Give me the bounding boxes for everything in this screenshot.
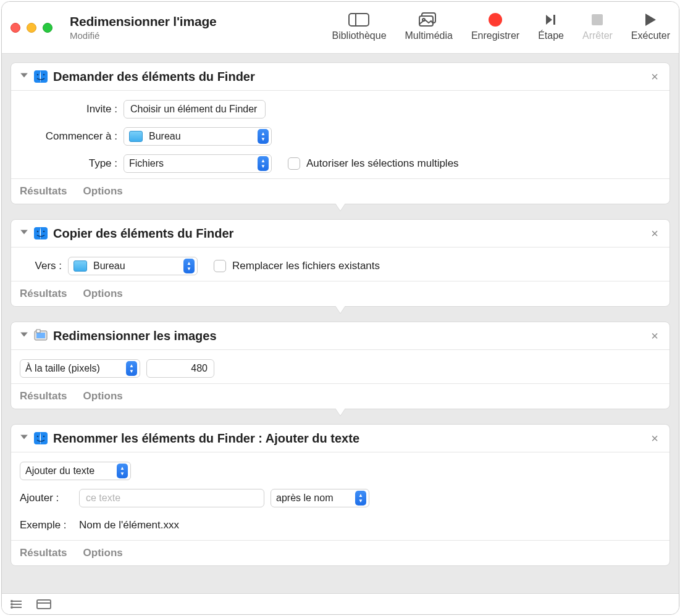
options-tab[interactable]: Options [83,288,123,300]
replace-existing-checkbox[interactable] [214,260,226,272]
window-titles: Redimensionner l'image Modifié [70,14,217,41]
finder-icon [33,431,48,446]
type-label: Type : [20,157,117,170]
titlebar: Redimensionner l'image Modifié Bibliothè… [2,2,679,54]
workflow-area[interactable]: Demander des éléments du Finder × Invite… [2,54,679,593]
action-title: Demander des éléments du Finder [53,70,644,84]
window-subtitle: Modifié [70,30,217,41]
flow-connector [328,204,353,214]
photos-icon [418,12,440,28]
disclosure-triangle[interactable] [20,227,28,239]
svg-point-5 [489,13,502,27]
action-ask-finder-items: Demander des éléments du Finder × Invite… [10,62,670,204]
remove-action-button[interactable]: × [649,227,661,241]
popup-stepper-icon [126,361,137,376]
toolbar-run-button[interactable]: Exécuter [631,12,670,41]
window-close-button[interactable] [10,23,20,33]
disclosure-triangle[interactable] [20,70,28,83]
folder-icon [73,260,87,272]
add-text-field[interactable] [79,489,264,507]
action-title: Copier des éléments du Finder [53,227,644,241]
start-at-popup[interactable]: Bureau [124,127,272,146]
svg-point-12 [37,231,39,233]
replace-existing-label: Remplacer les fichiers existants [232,260,380,272]
remove-action-button[interactable]: × [649,70,661,84]
stop-icon [586,12,608,28]
disclosure-triangle[interactable] [20,432,28,444]
svg-point-19 [43,436,45,438]
status-bar [2,593,679,614]
toolbar-step-button[interactable]: Étape [538,12,564,41]
allow-multiple-label: Autoriser les sélections multiples [306,157,459,170]
position-popup[interactable]: après le nom [271,489,369,507]
results-tab[interactable]: Résultats [20,547,67,559]
svg-rect-26 [37,600,51,609]
toolbar-media-button[interactable]: Multimédia [405,12,453,41]
svg-point-10 [43,74,45,76]
toolbar: Bibliothèque Multimédia Enregistrer [332,12,670,44]
add-label: Ajouter : [20,492,68,504]
remove-action-button[interactable]: × [649,431,661,446]
popup-stepper-icon [183,259,195,273]
svg-point-9 [37,74,39,76]
svg-point-18 [37,436,39,438]
svg-point-24 [11,604,12,605]
preview-icon [33,328,48,343]
toolbar-stop-button: Arrêter [582,12,613,41]
type-popup[interactable]: Fichiers [124,154,272,173]
window-controls [10,23,52,33]
play-icon [639,12,661,28]
action-title: Redimensionner les images [53,329,644,343]
invite-label: Invite : [20,103,117,115]
popup-stepper-icon [355,491,366,506]
popup-stepper-icon [258,156,269,171]
svg-rect-0 [349,14,369,26]
options-tab[interactable]: Options [83,547,123,559]
size-pixels-field[interactable] [146,359,214,378]
remove-action-button[interactable]: × [649,329,661,343]
svg-rect-15 [36,333,45,338]
popup-stepper-icon [117,464,128,478]
options-tab[interactable]: Options [83,390,123,402]
disclosure-triangle[interactable] [20,330,28,342]
popup-stepper-icon [258,129,269,144]
flow-connector [328,409,353,418]
svg-rect-16 [36,330,40,333]
invite-field[interactable] [124,100,266,119]
action-rename-finder-items: Renommer les éléments du Finder : Ajoute… [10,424,670,566]
window-minimize-button[interactable] [27,23,36,33]
folder-icon [129,131,143,142]
finder-icon [33,226,48,241]
options-tab[interactable]: Options [83,185,123,198]
record-icon [484,12,506,28]
svg-rect-6 [553,15,555,25]
variable-view-button[interactable] [36,599,51,609]
destination-popup[interactable]: Bureau [68,257,198,275]
svg-point-13 [43,231,45,233]
svg-point-23 [11,601,12,602]
svg-point-25 [11,607,12,608]
results-tab[interactable]: Résultats [20,390,67,402]
flow-connector [328,306,353,316]
allow-multiple-checkbox[interactable] [288,157,300,170]
action-copy-finder-items: Copier des éléments du Finder × Vers : B… [10,219,670,307]
to-label: Vers : [20,260,62,272]
example-value: Nom de l'élément.xxx [79,519,179,531]
resize-mode-popup[interactable]: À la taille (pixels) [20,359,140,378]
finder-icon [33,69,48,84]
automator-window: Redimensionner l'image Modifié Bibliothè… [1,1,679,615]
results-tab[interactable]: Résultats [20,185,67,198]
action-title: Renommer les éléments du Finder : Ajoute… [53,431,644,446]
rename-mode-popup[interactable]: Ajouter du texte [20,462,131,480]
log-view-button[interactable] [10,599,23,609]
step-icon [540,12,562,28]
window-title: Redimensionner l'image [70,14,217,29]
start-at-label: Commencer à : [20,130,117,143]
svg-rect-7 [592,14,603,25]
toolbar-record-button[interactable]: Enregistrer [471,12,519,41]
toolbar-library-button[interactable]: Bibliothèque [332,12,386,41]
window-zoom-button[interactable] [43,23,52,33]
results-tab[interactable]: Résultats [20,288,67,300]
action-resize-images: Redimensionner les images × À la taille … [10,322,670,409]
sidebar-icon [348,12,370,28]
